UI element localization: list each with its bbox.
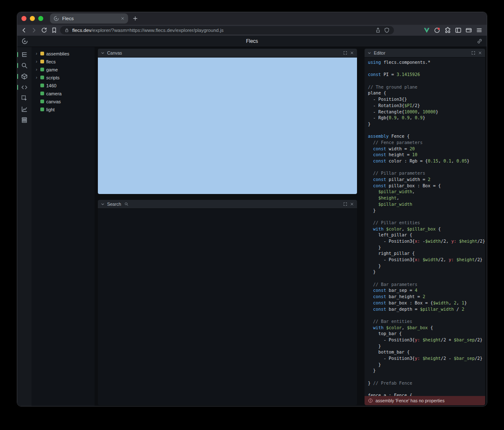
code-line: bottom_bar { — [368, 349, 485, 355]
bookmark-icon[interactable] — [51, 27, 58, 34]
brave-shield-icon[interactable] — [384, 27, 390, 33]
code-line: - Position3{x: -$width/2, y: $height/2} — [368, 238, 485, 244]
tree-icon — [21, 51, 28, 58]
tree-item-flecs[interactable]: ›flecs — [34, 58, 94, 66]
sidebar-toggle-icon[interactable] — [455, 27, 462, 34]
tree-icon[interactable] — [19, 50, 29, 59]
chevron-down-icon[interactable] — [368, 51, 371, 55]
chevron-down-icon[interactable] — [101, 51, 105, 55]
canvas-viewport[interactable] — [98, 58, 357, 194]
code-line: const height = 10 — [368, 152, 485, 158]
menu-icon[interactable] — [476, 27, 483, 34]
code-line: - Position3{y: $height/2 - $bar_sep/2} — [368, 355, 485, 362]
close-window-button[interactable] — [21, 16, 26, 21]
code-line: plane { — [368, 90, 485, 96]
tree-item-camera[interactable]: camera — [34, 89, 94, 97]
minimize-window-button[interactable] — [30, 16, 35, 21]
stats-icon[interactable] — [19, 105, 29, 113]
tree-item-canvas[interactable]: canvas — [34, 97, 94, 105]
expander-icon[interactable]: › — [35, 60, 38, 64]
error-message: assembly 'Fence' has no properties — [375, 398, 445, 403]
url-path: /explorer/?wasm=https://www.flecs.dev/ex… — [91, 28, 223, 33]
entity-color-square — [40, 100, 44, 103]
code-line: - Position3{y: $height/2 + $bar_sep/2} — [368, 337, 485, 343]
expand-icon[interactable] — [343, 202, 347, 206]
entity-color-square — [40, 84, 44, 87]
flecs-logo-icon — [53, 16, 59, 21]
tree-item-label: scripts — [46, 75, 60, 80]
address-bar[interactable]: flecs.dev/explorer/?wasm=https://www.fle… — [60, 26, 394, 34]
tab-close-icon[interactable] — [121, 16, 125, 21]
tree-item-light[interactable]: light — [34, 105, 94, 113]
code-line: const bar_sep = 4 — [368, 287, 485, 294]
reload-icon[interactable] — [41, 27, 47, 34]
recorder-extension-icon[interactable] — [434, 27, 441, 34]
expander-icon[interactable]: › — [35, 52, 38, 56]
code-editor[interactable]: using flecs.components.*const PI = 3.141… — [365, 58, 485, 396]
code-line: } — [368, 121, 485, 127]
code-line: // Fence parameters — [368, 139, 485, 146]
code-line — [368, 312, 485, 318]
editor-error-bar: assembly 'Fence' has no properties — [365, 396, 485, 405]
layers-icon[interactable] — [19, 116, 29, 124]
wallet-icon[interactable] — [465, 27, 472, 34]
share-icon[interactable] — [375, 27, 381, 33]
page-title: Flecs — [246, 38, 258, 44]
code-line: - Rotation3{$PI/2} — [368, 102, 485, 109]
forward-icon — [31, 27, 37, 34]
vue-extension-icon[interactable] — [423, 27, 430, 34]
tree-item-1460[interactable]: 1460 — [34, 81, 94, 89]
tree-item-game[interactable]: ›game — [34, 66, 94, 73]
code-line: const pillar_width = 2 — [368, 176, 485, 183]
code-icon[interactable] — [19, 83, 29, 92]
extension-buttons — [423, 27, 483, 34]
entity-color-square — [40, 76, 44, 79]
code-line: // Pillar parameters — [368, 170, 485, 176]
expander-icon[interactable]: › — [35, 76, 38, 80]
entity-color-square — [40, 52, 44, 55]
expand-icon[interactable] — [471, 51, 475, 55]
search-icon[interactable] — [19, 61, 29, 70]
close-icon[interactable] — [350, 51, 354, 55]
expander-icon[interactable]: › — [35, 68, 38, 72]
code-line — [368, 386, 485, 392]
entity-color-square — [40, 108, 44, 111]
search-panel: Search — [98, 200, 357, 405]
chevron-down-icon[interactable] — [101, 202, 105, 206]
expand-icon[interactable] — [343, 51, 347, 55]
code-line: // Bar parameters — [368, 281, 485, 288]
search-icon — [124, 202, 129, 206]
tree-item-scripts[interactable]: ›scripts — [34, 73, 94, 81]
close-icon[interactable] — [478, 51, 482, 55]
tree-item-label: camera — [46, 91, 62, 96]
code-line: - Position3{} — [368, 96, 485, 102]
zoom-window-button[interactable] — [38, 16, 43, 21]
code-line: const color : Rgb = {0.15, 0.1, 0.05} — [368, 158, 485, 164]
close-icon[interactable] — [350, 202, 354, 206]
left-rail — [17, 47, 32, 406]
code-line: } // Prefab Fence — [368, 380, 485, 386]
tree-item-label: 1460 — [46, 83, 56, 88]
nav-buttons — [21, 27, 58, 34]
link-icon[interactable] — [477, 38, 483, 44]
code-line: // Bar entities — [368, 318, 485, 325]
code-line: top_bar { — [368, 330, 485, 337]
tree-item-assemblies[interactable]: ›assemblies — [34, 50, 94, 58]
code-line: const pillar_box : Box = { — [368, 183, 485, 189]
code-line: } — [368, 343, 485, 349]
extensions-puzzle-icon[interactable] — [444, 27, 451, 34]
editor-column: Editor using flecs.components.*const PI … — [360, 47, 487, 406]
inspector-icon — [21, 95, 28, 102]
new-tab-button[interactable] — [132, 16, 138, 21]
info-icon — [368, 398, 373, 403]
editor-panel-title: Editor — [374, 50, 385, 55]
code-line: assembly Fence { — [368, 133, 485, 139]
code-line: } — [368, 269, 485, 275]
code-line: - Position3{x: $width/2, y: $height/2} — [368, 257, 485, 263]
inspector-icon[interactable] — [19, 94, 29, 102]
code-line — [368, 374, 485, 380]
browser-tab[interactable]: Flecs — [50, 13, 128, 24]
cube-icon[interactable] — [19, 72, 29, 81]
back-icon[interactable] — [21, 27, 27, 34]
tree-item-label: light — [46, 107, 55, 112]
